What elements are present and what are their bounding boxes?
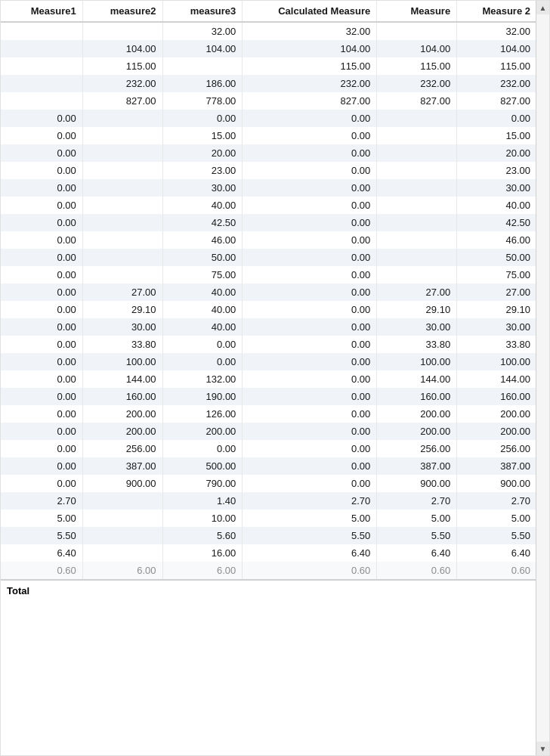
table-cell: 6.00 (82, 562, 162, 580)
table-cell (1, 22, 82, 40)
total-label: Total (1, 580, 537, 601)
table-cell: 900.00 (377, 475, 457, 492)
table-cell: 0.00 (1, 301, 82, 318)
table-cell (377, 266, 457, 284)
table-cell: 0.00 (1, 336, 82, 353)
table-cell: 0.00 (1, 266, 82, 284)
table-cell: 40.00 (162, 284, 243, 301)
table-cell: 256.00 (82, 440, 162, 457)
table-cell: 0.00 (243, 457, 377, 475)
table-cell: 6.40 (1, 544, 82, 562)
table-cell (377, 110, 457, 127)
table-cell: 40.00 (162, 318, 243, 336)
table-cell (1, 57, 82, 75)
table-cell: 2.70 (377, 492, 457, 510)
table-cell: 126.00 (162, 405, 243, 423)
table-cell: 75.00 (457, 266, 537, 284)
table-cell: 5.50 (1, 527, 82, 544)
table-cell: 256.00 (457, 440, 537, 457)
table-cell: 387.00 (377, 457, 457, 475)
table-cell: 200.00 (457, 423, 537, 440)
table-cell: 115.00 (457, 57, 537, 75)
table-cell: 387.00 (82, 457, 162, 475)
table-cell: 0.00 (243, 214, 377, 231)
table-row: 104.00104.00104.00104.00104.00 (1, 40, 537, 57)
table-cell (377, 179, 457, 197)
table-cell: 200.00 (377, 405, 457, 423)
table-cell: 100.00 (82, 353, 162, 370)
table-cell: 500.00 (162, 457, 243, 475)
scroll-down-button[interactable]: ▼ (536, 742, 550, 755)
table-cell: 30.00 (457, 318, 537, 336)
table-cell (82, 197, 162, 214)
table-cell: 0.00 (243, 370, 377, 388)
table-row: 0.00200.00200.000.00200.00200.00 (1, 423, 537, 440)
column-header-c4: Calculated Measure (243, 1, 377, 22)
table-cell: 0.00 (243, 231, 377, 249)
table-cell (162, 57, 243, 75)
table-cell: 0.00 (162, 336, 243, 353)
table-cell: 0.00 (243, 440, 377, 457)
table-cell: 33.80 (377, 336, 457, 353)
table-cell: 0.00 (1, 318, 82, 336)
table-cell: 0.00 (1, 162, 82, 179)
table-cell: 0.00 (1, 370, 82, 388)
table-cell: 42.50 (457, 214, 537, 231)
table-cell: 0.00 (1, 457, 82, 475)
scroll-up-button[interactable]: ▲ (536, 1, 550, 14)
table-cell: 0.00 (243, 249, 377, 266)
table-cell: 160.00 (377, 388, 457, 405)
column-header-c2: measure2 (82, 1, 162, 22)
table-cell: 0.00 (1, 353, 82, 370)
table-cell: 1.40 (162, 492, 243, 510)
table-row: 0.0033.800.000.0033.8033.80 (1, 336, 537, 353)
table-cell: 0.00 (243, 405, 377, 423)
table-cell (1, 75, 82, 92)
table-cell (377, 162, 457, 179)
table-cell: 144.00 (457, 370, 537, 388)
table-cell: 0.00 (243, 301, 377, 318)
table-row: 0.0046.000.0046.00 (1, 231, 537, 249)
table-cell: 5.50 (243, 527, 377, 544)
table-cell: 387.00 (457, 457, 537, 475)
table-cell: 20.00 (457, 144, 537, 162)
table-cell (82, 110, 162, 127)
data-table: Measure1measure2measure3Calculated Measu… (1, 1, 537, 601)
table-row: 0.0015.000.0015.00 (1, 127, 537, 144)
table-row: 0.0030.0040.000.0030.0030.00 (1, 318, 537, 336)
table-cell: 200.00 (457, 405, 537, 423)
table-cell: 0.60 (457, 562, 537, 580)
table-cell (82, 144, 162, 162)
table-row: 0.0075.000.0075.00 (1, 266, 537, 284)
table-cell (82, 162, 162, 179)
table-cell: 104.00 (82, 40, 162, 57)
table-row: 0.00900.00790.000.00900.00900.00 (1, 475, 537, 492)
table-cell: 5.00 (1, 510, 82, 527)
scroll-bar: ▲ ▼ (536, 1, 549, 755)
table-cell: 0.00 (1, 440, 82, 457)
table-cell: 0.00 (1, 214, 82, 231)
table-cell: 200.00 (82, 423, 162, 440)
table-cell: 0.00 (243, 197, 377, 214)
table-cell (82, 179, 162, 197)
table-row: 32.0032.0032.00 (1, 22, 537, 40)
table-cell: 190.00 (162, 388, 243, 405)
table-cell: 23.00 (162, 162, 243, 179)
table-cell: 46.00 (162, 231, 243, 249)
table-cell: 0.00 (243, 353, 377, 370)
table-row: 0.00387.00500.000.00387.00387.00 (1, 457, 537, 475)
table-cell: 0.00 (162, 353, 243, 370)
table-cell (377, 231, 457, 249)
table-cell: 5.50 (377, 527, 457, 544)
table-cell: 32.00 (243, 22, 377, 40)
table-cell (82, 249, 162, 266)
table-cell: 46.00 (457, 231, 537, 249)
table-cell: 33.80 (82, 336, 162, 353)
table-cell: 115.00 (377, 57, 457, 75)
table-cell: 900.00 (457, 475, 537, 492)
table-cell: 50.00 (162, 249, 243, 266)
table-cell: 5.60 (162, 527, 243, 544)
table-cell: 0.00 (1, 231, 82, 249)
table-cell (377, 144, 457, 162)
table-container: Measure1measure2measure3Calculated Measu… (0, 0, 550, 756)
